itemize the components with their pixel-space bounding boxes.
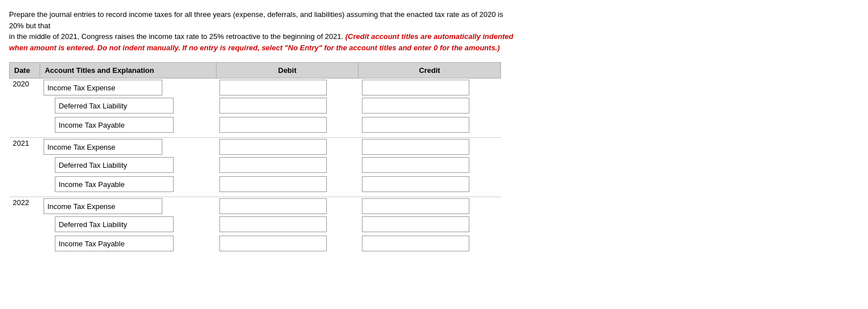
date-cell xyxy=(10,215,40,233)
debit-input-0-1[interactable] xyxy=(219,98,327,114)
table-row: 2022 xyxy=(10,197,501,216)
table-row xyxy=(10,115,501,138)
account-cell xyxy=(40,215,217,233)
credit-cell xyxy=(359,233,501,256)
debit-input-2-2[interactable] xyxy=(219,236,327,251)
credit-cell xyxy=(359,97,501,115)
credit-cell xyxy=(359,197,501,216)
account-input-1-2[interactable] xyxy=(55,176,174,192)
header-date: Date xyxy=(10,63,40,79)
account-cell xyxy=(40,97,217,115)
instruction-line1: Prepare the journal entries to record in… xyxy=(9,9,518,53)
credit-input-0-2[interactable] xyxy=(362,117,469,133)
debit-cell xyxy=(216,138,359,156)
debit-input-0-0[interactable] xyxy=(219,80,327,95)
debit-input-1-0[interactable] xyxy=(219,139,327,155)
account-cell xyxy=(40,174,217,197)
debit-cell xyxy=(216,197,359,216)
account-input-1-1[interactable] xyxy=(55,157,174,173)
account-input-2-1[interactable] xyxy=(55,216,174,232)
table-row: 2020 xyxy=(10,79,501,97)
account-cell xyxy=(40,138,217,156)
credit-input-0-0[interactable] xyxy=(362,80,469,95)
credit-input-1-2[interactable] xyxy=(362,176,469,192)
date-cell: 2022 xyxy=(10,197,40,216)
debit-cell xyxy=(216,233,359,256)
credit-input-2-2[interactable] xyxy=(362,236,469,251)
date-cell xyxy=(10,115,40,138)
debit-cell xyxy=(216,115,359,138)
header-credit: Credit xyxy=(359,63,501,79)
account-input-1-0[interactable] xyxy=(44,139,162,155)
credit-cell xyxy=(359,174,501,197)
instructions-block: Prepare the journal entries to record in… xyxy=(9,9,518,53)
credit-cell xyxy=(359,156,501,174)
account-cell xyxy=(40,115,217,138)
debit-cell xyxy=(216,215,359,233)
date-cell xyxy=(10,174,40,197)
debit-cell xyxy=(216,79,359,97)
credit-input-1-0[interactable] xyxy=(362,139,469,155)
date-cell: 2020 xyxy=(10,79,40,97)
date-cell xyxy=(10,233,40,256)
debit-cell xyxy=(216,156,359,174)
account-cell xyxy=(40,79,217,97)
table-row xyxy=(10,233,501,256)
credit-input-2-0[interactable] xyxy=(362,198,469,214)
credit-input-1-1[interactable] xyxy=(362,157,469,173)
credit-input-0-1[interactable] xyxy=(362,98,469,114)
account-cell xyxy=(40,156,217,174)
account-input-2-0[interactable] xyxy=(44,198,162,214)
debit-input-1-1[interactable] xyxy=(219,157,327,173)
debit-input-1-2[interactable] xyxy=(219,176,327,192)
header-account: Account Titles and Explanation xyxy=(40,63,217,79)
debit-cell xyxy=(216,97,359,115)
debit-cell xyxy=(216,174,359,197)
table-row xyxy=(10,215,501,233)
credit-input-2-1[interactable] xyxy=(362,216,469,232)
journal-entries-table: Date Account Titles and Explanation Debi… xyxy=(9,62,501,256)
account-cell xyxy=(40,233,217,256)
date-cell xyxy=(10,156,40,174)
account-input-0-1[interactable] xyxy=(55,98,174,114)
account-cell xyxy=(40,197,217,216)
credit-cell xyxy=(359,79,501,97)
account-input-0-2[interactable] xyxy=(55,117,174,133)
account-input-2-2[interactable] xyxy=(55,236,174,251)
debit-input-2-1[interactable] xyxy=(219,216,327,232)
header-debit: Debit xyxy=(216,63,359,79)
table-row xyxy=(10,97,501,115)
table-row xyxy=(10,174,501,197)
table-row: 2021 xyxy=(10,138,501,156)
debit-input-2-0[interactable] xyxy=(219,198,327,214)
date-cell xyxy=(10,97,40,115)
debit-input-0-2[interactable] xyxy=(219,117,327,133)
table-row xyxy=(10,156,501,174)
account-input-0-0[interactable] xyxy=(44,80,162,95)
date-cell: 2021 xyxy=(10,138,40,156)
credit-cell xyxy=(359,215,501,233)
credit-cell xyxy=(359,115,501,138)
credit-cell xyxy=(359,138,501,156)
